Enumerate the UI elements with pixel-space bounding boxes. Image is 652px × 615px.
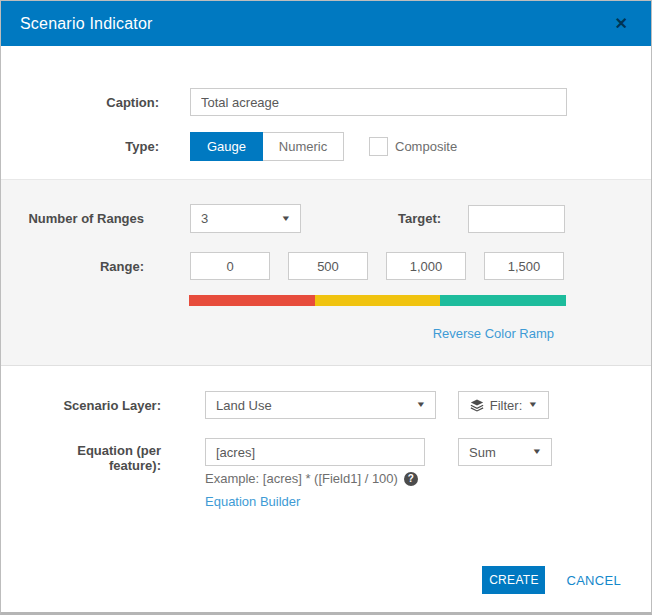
equation-example-text: Example: [acres] * ([Field1] / 100) [205, 471, 398, 486]
range-input-3[interactable] [386, 252, 466, 280]
type-row: Type: Gauge Numeric Composite [1, 132, 651, 161]
equation-builder-link[interactable]: Equation Builder [205, 494, 300, 509]
caret-down-icon: ▼ [416, 401, 427, 409]
range-input-2[interactable] [288, 252, 368, 280]
aggregation-dropdown[interactable]: Sum ▼ [458, 438, 552, 466]
number-of-ranges-label: Number of Ranges [1, 211, 144, 226]
equation-builder-row: Equation Builder [205, 492, 425, 510]
composite-checkbox[interactable] [369, 137, 388, 156]
scenario-layer-label: Scenario Layer: [1, 398, 161, 413]
help-icon[interactable]: ? [404, 472, 418, 486]
caret-down-icon: ▼ [532, 448, 543, 456]
range-label: Range: [1, 259, 144, 274]
type-label: Type: [1, 139, 159, 154]
ramp-segment-green [440, 295, 566, 306]
color-ramp [189, 295, 566, 306]
number-of-ranges-value: 3 [201, 211, 208, 226]
scenario-layer-dropdown[interactable]: Land Use ▼ [205, 391, 436, 419]
dialog-header: Scenario Indicator ✕ [1, 1, 651, 46]
scenario-layer-row: Scenario Layer: Land Use ▼ Filter: ▼ [1, 391, 651, 419]
dialog-title: Scenario Indicator [20, 15, 153, 33]
range-row: Range: [1, 252, 651, 280]
create-button[interactable]: CREATE [482, 566, 545, 594]
range-input-1[interactable] [190, 252, 270, 280]
caption-label: Caption: [1, 95, 159, 110]
range-input-4[interactable] [484, 252, 564, 280]
equation-label-line2: feature): [109, 458, 161, 473]
aggregation-value: Sum [469, 445, 496, 460]
target-label: Target: [398, 211, 441, 226]
caret-down-icon: ▼ [528, 401, 539, 409]
equation-label-line1: Equation (per [77, 443, 161, 458]
general-section: Caption: Type: Gauge Numeric Composite [1, 46, 651, 161]
composite-label: Composite [395, 139, 457, 154]
number-of-ranges-row: Number of Ranges 3 ▼ Target: [1, 204, 651, 233]
equation-label: Equation (per feature): [1, 438, 161, 473]
reverse-ramp-row: Reverse Color Ramp [189, 326, 566, 341]
equation-input[interactable] [205, 438, 425, 466]
ramp-segment-red [189, 295, 315, 306]
ramp-segment-yellow [315, 295, 441, 306]
layer-equation-section: Scenario Layer: Land Use ▼ Filter: ▼ [1, 366, 651, 510]
reverse-color-ramp-link[interactable]: Reverse Color Ramp [433, 326, 554, 341]
close-icon[interactable]: ✕ [611, 14, 632, 34]
filter-button[interactable]: Filter: ▼ [458, 391, 549, 419]
equation-example-line: Example: [acres] * ([Field1] / 100) ? [205, 471, 425, 486]
type-toggle: Gauge Numeric [190, 132, 344, 161]
composite-option: Composite [369, 137, 457, 156]
equation-column: Example: [acres] * ([Field1] / 100) ? Eq… [205, 438, 425, 510]
ranges-section: Number of Ranges 3 ▼ Target: Range: Reve… [1, 179, 651, 366]
caption-input[interactable] [190, 88, 567, 116]
equation-row: Equation (per feature): Example: [acres]… [1, 438, 651, 510]
range-inputs [190, 252, 564, 280]
scenario-layer-value: Land Use [216, 398, 272, 413]
layers-icon [470, 399, 484, 412]
filter-label: Filter: [490, 398, 523, 413]
caption-row: Caption: [1, 88, 651, 116]
dialog-footer: CREATE CANCEL [482, 566, 621, 594]
cancel-button[interactable]: CANCEL [566, 573, 621, 588]
scenario-indicator-dialog: Scenario Indicator ✕ Caption: Type: Gaug… [0, 0, 652, 615]
caret-down-icon: ▼ [281, 215, 292, 223]
target-input[interactable] [468, 205, 565, 233]
number-of-ranges-dropdown[interactable]: 3 ▼ [190, 204, 301, 233]
type-gauge-button[interactable]: Gauge [190, 132, 263, 161]
type-numeric-button[interactable]: Numeric [263, 132, 344, 161]
